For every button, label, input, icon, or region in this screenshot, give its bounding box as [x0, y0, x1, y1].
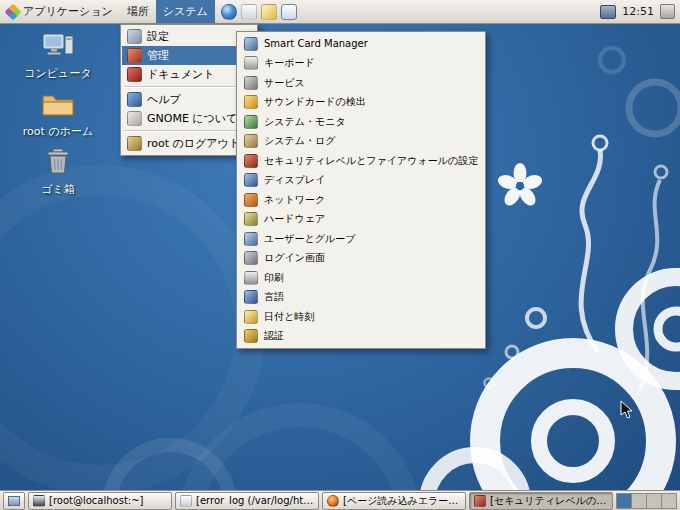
- submenu-item-security-firewall[interactable]: セキュリティレベルとファイアウォールの設定: [238, 151, 484, 171]
- submenu-item-label: ハードウェア: [264, 212, 325, 226]
- desktop: アプリケーション 場所 システム 12:51: [0, 0, 680, 510]
- date-time-icon: [244, 310, 258, 324]
- printing-icon: [244, 271, 258, 285]
- workspace-4[interactable]: [662, 494, 676, 508]
- show-desktop-icon: [8, 496, 20, 506]
- workspace-2[interactable]: [632, 494, 647, 508]
- submenu-item-label: システム・モニタ: [264, 115, 346, 129]
- trash-icon: [40, 144, 76, 180]
- desktop-icon-label: root のホーム: [23, 125, 93, 138]
- email-launcher-icon[interactable]: [241, 4, 257, 20]
- clock[interactable]: 12:51: [622, 5, 654, 18]
- display-applet-icon[interactable]: [600, 5, 616, 19]
- soundcard-detect-icon: [244, 95, 258, 109]
- desktop-icon-trash[interactable]: ゴミ箱: [14, 144, 102, 196]
- users-groups-icon: [244, 232, 258, 246]
- submenu-item-label: サウンドカードの検出: [264, 95, 366, 109]
- panel-right-area: 12:51: [600, 4, 680, 19]
- submenu-item-services[interactable]: サービス: [238, 73, 484, 93]
- workspace-1[interactable]: [617, 494, 632, 508]
- desktop-icon-label: ゴミ箱: [41, 183, 75, 196]
- system-log-icon: [244, 134, 258, 148]
- notes-launcher-icon[interactable]: [261, 4, 277, 20]
- panel-launchers: [221, 0, 297, 23]
- menu-item-label: 管理: [147, 48, 169, 63]
- menu-places-label: 場所: [127, 4, 149, 19]
- submenu-item-label: Smart Card Manager: [264, 38, 368, 49]
- authentication-icon: [244, 329, 258, 343]
- submenu-item-system-log[interactable]: システム・ログ: [238, 132, 484, 152]
- writer-launcher-icon[interactable]: [281, 4, 297, 20]
- system-monitor-icon: [244, 115, 258, 129]
- taskbar-window-security-level[interactable]: [セキュリティレベルの設定]: [469, 492, 613, 510]
- volume-icon[interactable]: [660, 4, 675, 19]
- submenu-item-label: 認証: [264, 329, 284, 343]
- taskbar-window-label: [root@localhost:~]: [49, 495, 144, 506]
- submenu-item-label: ログイン画面: [264, 251, 325, 265]
- top-panel: アプリケーション 場所 システム 12:51: [0, 0, 680, 24]
- taskbar-window-label: [セキュリティレベルの設定]: [490, 494, 608, 508]
- administration-icon: [127, 48, 142, 63]
- documentation-icon: [127, 67, 142, 82]
- web-browser-launcher-icon[interactable]: [221, 4, 237, 20]
- security-config-icon: [474, 495, 486, 507]
- menu-item-label: GNOME について: [147, 111, 237, 126]
- network-icon: [244, 193, 258, 207]
- submenu-item-smart-card-manager[interactable]: Smart Card Manager: [238, 34, 484, 54]
- taskbar-window-page-load-error[interactable]: [ページ読み込みエラー - ...]: [322, 492, 466, 510]
- submenu-item-label: ユーザーとグループ: [264, 232, 355, 246]
- display-icon: [244, 173, 258, 187]
- menu-item-label: ドキュメント: [147, 67, 215, 82]
- terminal-icon: [33, 495, 45, 507]
- computer-icon: [40, 28, 76, 64]
- submenu-item-hardware[interactable]: ハードウェア: [238, 210, 484, 230]
- submenu-item-display[interactable]: ディスプレイ: [238, 171, 484, 191]
- submenu-item-label: キーボード: [264, 56, 315, 70]
- submenu-item-label: 言語: [264, 290, 284, 304]
- submenu-item-system-monitor[interactable]: システム・モニタ: [238, 112, 484, 132]
- hardware-icon: [244, 212, 258, 226]
- desktop-icon-computer[interactable]: コンピュータ: [14, 28, 102, 80]
- home-folder-icon: [40, 86, 76, 122]
- submenu-item-soundcard-detect[interactable]: サウンドカードの検出: [238, 93, 484, 113]
- menu-applications-label: アプリケーション: [23, 4, 113, 19]
- taskbar-window-terminal[interactable]: [root@localhost:~]: [28, 492, 172, 510]
- submenu-item-label: ネットワーク: [264, 193, 325, 207]
- show-desktop-button[interactable]: [3, 492, 25, 510]
- submenu-item-label: システム・ログ: [264, 134, 335, 148]
- menu-applications[interactable]: アプリケーション: [0, 0, 120, 23]
- distro-logo-icon: [5, 3, 22, 20]
- desktop-icon-home[interactable]: root のホーム: [14, 86, 102, 138]
- menu-system-label: システム: [163, 4, 208, 19]
- submenu-item-language[interactable]: 言語: [238, 288, 484, 308]
- workspace-3[interactable]: [647, 494, 662, 508]
- menu-separator: [124, 86, 254, 88]
- taskbar-window-error-log[interactable]: [error_log (/var/log/httpd)]: [175, 492, 319, 510]
- submenu-item-authentication[interactable]: 認証: [238, 327, 484, 347]
- keyboard-icon: [244, 56, 258, 70]
- menu-item-label: 設定: [147, 29, 169, 44]
- about-gnome-icon: [127, 111, 142, 126]
- submenu-item-printing[interactable]: 印刷: [238, 268, 484, 288]
- logout-icon: [127, 136, 142, 151]
- submenu-item-date-time[interactable]: 日付と時刻: [238, 307, 484, 327]
- bottom-panel: [root@localhost:~] [error_log (/var/log/…: [0, 490, 680, 510]
- help-icon: [127, 92, 142, 107]
- submenu-item-keyboard[interactable]: キーボード: [238, 54, 484, 74]
- menu-item-label: ヘルプ: [147, 92, 181, 107]
- firefox-icon: [327, 495, 339, 507]
- submenu-item-users-groups[interactable]: ユーザーとグループ: [238, 229, 484, 249]
- submenu-item-network[interactable]: ネットワーク: [238, 190, 484, 210]
- submenu-item-label: サービス: [264, 76, 305, 90]
- submenu-item-label: セキュリティレベルとファイアウォールの設定: [264, 154, 478, 168]
- preferences-icon: [127, 29, 142, 44]
- taskbar-window-label: [ページ読み込みエラー - ...]: [343, 494, 461, 508]
- firewall-icon: [244, 154, 258, 168]
- submenu-item-login-screen[interactable]: ログイン画面: [238, 249, 484, 269]
- submenu-item-label: 印刷: [264, 271, 284, 285]
- menu-system[interactable]: システム: [156, 0, 215, 23]
- menu-places[interactable]: 場所: [120, 0, 156, 23]
- smart-card-icon: [244, 37, 258, 51]
- submenu-item-label: 日付と時刻: [264, 310, 314, 324]
- text-editor-icon: [180, 495, 192, 507]
